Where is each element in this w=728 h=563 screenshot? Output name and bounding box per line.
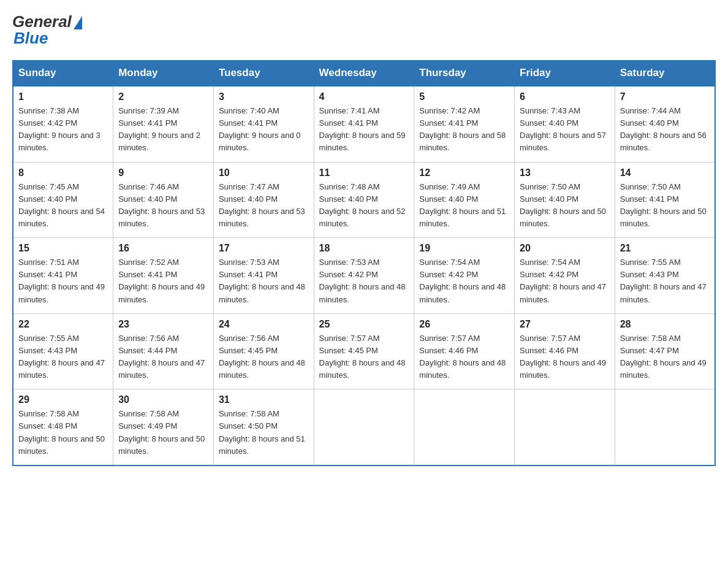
day-info: Sunrise: 7:50 AMSunset: 4:40 PMDaylight:… [520,182,606,228]
day-info: Sunrise: 7:56 AMSunset: 4:44 PMDaylight:… [118,334,205,380]
calendar-day-cell: 28 Sunrise: 7:58 AMSunset: 4:47 PMDaylig… [615,313,715,389]
day-number: 2 [118,91,208,102]
weekday-header-thursday: Thursday [414,61,515,86]
logo: General Blue [12,12,82,48]
day-info: Sunrise: 7:42 AMSunset: 4:41 PMDaylight:… [419,106,506,152]
logo-triangle-icon [74,16,82,29]
calendar-week-row: 8 Sunrise: 7:45 AMSunset: 4:40 PMDayligh… [13,162,715,238]
calendar-day-cell [615,389,715,465]
calendar-day-cell: 6 Sunrise: 7:43 AMSunset: 4:40 PMDayligh… [515,86,615,162]
day-number: 4 [319,91,409,102]
day-number: 15 [18,243,108,254]
calendar-day-cell: 13 Sunrise: 7:50 AMSunset: 4:40 PMDaylig… [515,162,615,238]
day-number: 21 [620,243,710,254]
day-number: 23 [118,319,208,330]
day-number: 24 [219,319,309,330]
calendar-day-cell: 19 Sunrise: 7:54 AMSunset: 4:42 PMDaylig… [414,238,515,314]
day-info: Sunrise: 7:58 AMSunset: 4:50 PMDaylight:… [219,409,305,455]
calendar-day-cell: 31 Sunrise: 7:58 AMSunset: 4:50 PMDaylig… [213,389,314,465]
day-info: Sunrise: 7:53 AMSunset: 4:41 PMDaylight:… [219,258,305,304]
calendar-day-cell: 12 Sunrise: 7:49 AMSunset: 4:40 PMDaylig… [414,162,515,238]
calendar-day-cell: 27 Sunrise: 7:57 AMSunset: 4:46 PMDaylig… [515,313,615,389]
calendar-week-row: 1 Sunrise: 7:38 AMSunset: 4:42 PMDayligh… [13,86,715,162]
day-info: Sunrise: 7:54 AMSunset: 4:42 PMDaylight:… [419,258,506,304]
calendar-day-cell: 22 Sunrise: 7:55 AMSunset: 4:43 PMDaylig… [13,313,113,389]
calendar-week-row: 29 Sunrise: 7:58 AMSunset: 4:48 PMDaylig… [13,389,715,465]
day-number: 1 [18,91,108,102]
day-info: Sunrise: 7:57 AMSunset: 4:45 PMDaylight:… [319,334,406,380]
day-number: 5 [419,91,509,102]
calendar-day-cell [515,389,615,465]
day-number: 18 [319,243,409,254]
day-info: Sunrise: 7:39 AMSunset: 4:41 PMDaylight:… [118,106,200,152]
logo-blue-text: Blue [13,29,48,48]
day-number: 17 [219,243,309,254]
day-info: Sunrise: 7:57 AMSunset: 4:46 PMDaylight:… [520,334,606,380]
day-info: Sunrise: 7:50 AMSunset: 4:41 PMDaylight:… [620,182,707,228]
calendar-week-row: 22 Sunrise: 7:55 AMSunset: 4:43 PMDaylig… [13,313,715,389]
calendar-day-cell: 16 Sunrise: 7:52 AMSunset: 4:41 PMDaylig… [113,238,214,314]
day-info: Sunrise: 7:48 AMSunset: 4:40 PMDaylight:… [319,182,406,228]
weekday-header-monday: Monday [113,61,214,86]
calendar-day-cell: 24 Sunrise: 7:56 AMSunset: 4:45 PMDaylig… [213,313,314,389]
calendar-day-cell: 7 Sunrise: 7:44 AMSunset: 4:40 PMDayligh… [615,86,715,162]
day-number: 14 [620,167,710,178]
day-info: Sunrise: 7:41 AMSunset: 4:41 PMDaylight:… [319,106,406,152]
day-info: Sunrise: 7:52 AMSunset: 4:41 PMDaylight:… [118,258,205,304]
weekday-header-sunday: Sunday [13,61,113,86]
day-info: Sunrise: 7:55 AMSunset: 4:43 PMDaylight:… [18,334,105,380]
calendar-day-cell: 15 Sunrise: 7:51 AMSunset: 4:41 PMDaylig… [13,238,113,314]
day-info: Sunrise: 7:54 AMSunset: 4:42 PMDaylight:… [520,258,606,304]
calendar-day-cell: 4 Sunrise: 7:41 AMSunset: 4:41 PMDayligh… [314,86,414,162]
day-number: 20 [520,243,610,254]
calendar-day-cell: 23 Sunrise: 7:56 AMSunset: 4:44 PMDaylig… [113,313,214,389]
calendar-day-cell: 26 Sunrise: 7:57 AMSunset: 4:46 PMDaylig… [414,313,515,389]
calendar-day-cell: 18 Sunrise: 7:53 AMSunset: 4:42 PMDaylig… [314,238,414,314]
day-info: Sunrise: 7:58 AMSunset: 4:48 PMDaylight:… [18,409,105,455]
day-number: 11 [319,167,409,178]
weekday-header-row: SundayMondayTuesdayWednesdayThursdayFrid… [13,61,715,86]
calendar-day-cell [414,389,515,465]
calendar-day-cell: 20 Sunrise: 7:54 AMSunset: 4:42 PMDaylig… [515,238,615,314]
calendar-table: SundayMondayTuesdayWednesdayThursdayFrid… [12,60,716,466]
calendar-day-cell: 5 Sunrise: 7:42 AMSunset: 4:41 PMDayligh… [414,86,515,162]
calendar-day-cell: 21 Sunrise: 7:55 AMSunset: 4:43 PMDaylig… [615,238,715,314]
day-number: 7 [620,91,710,102]
day-info: Sunrise: 7:58 AMSunset: 4:49 PMDaylight:… [118,409,205,455]
day-number: 13 [520,167,610,178]
day-number: 28 [620,319,710,330]
day-number: 9 [118,167,208,178]
day-info: Sunrise: 7:49 AMSunset: 4:40 PMDaylight:… [419,182,506,228]
day-info: Sunrise: 7:56 AMSunset: 4:45 PMDaylight:… [219,334,305,380]
calendar-week-row: 15 Sunrise: 7:51 AMSunset: 4:41 PMDaylig… [13,238,715,314]
day-number: 3 [219,91,309,102]
calendar-day-cell: 2 Sunrise: 7:39 AMSunset: 4:41 PMDayligh… [113,86,214,162]
calendar-day-cell: 1 Sunrise: 7:38 AMSunset: 4:42 PMDayligh… [13,86,113,162]
day-info: Sunrise: 7:43 AMSunset: 4:40 PMDaylight:… [520,106,606,152]
calendar-day-cell: 11 Sunrise: 7:48 AMSunset: 4:40 PMDaylig… [314,162,414,238]
day-number: 25 [319,319,409,330]
day-number: 16 [118,243,208,254]
day-number: 19 [419,243,509,254]
weekday-header-saturday: Saturday [615,61,715,86]
calendar-day-cell: 30 Sunrise: 7:58 AMSunset: 4:49 PMDaylig… [113,389,214,465]
day-info: Sunrise: 7:44 AMSunset: 4:40 PMDaylight:… [620,106,707,152]
day-number: 22 [18,319,108,330]
calendar-day-cell: 29 Sunrise: 7:58 AMSunset: 4:48 PMDaylig… [13,389,113,465]
day-number: 10 [219,167,309,178]
day-info: Sunrise: 7:46 AMSunset: 4:40 PMDaylight:… [118,182,205,228]
day-number: 8 [18,167,108,178]
day-info: Sunrise: 7:45 AMSunset: 4:40 PMDaylight:… [18,182,105,228]
weekday-header-tuesday: Tuesday [213,61,314,86]
day-info: Sunrise: 7:40 AMSunset: 4:41 PMDaylight:… [219,106,301,152]
calendar-day-cell: 14 Sunrise: 7:50 AMSunset: 4:41 PMDaylig… [615,162,715,238]
calendar-day-cell: 8 Sunrise: 7:45 AMSunset: 4:40 PMDayligh… [13,162,113,238]
calendar-day-cell: 9 Sunrise: 7:46 AMSunset: 4:40 PMDayligh… [113,162,214,238]
calendar-day-cell: 3 Sunrise: 7:40 AMSunset: 4:41 PMDayligh… [213,86,314,162]
day-number: 29 [18,394,108,405]
day-info: Sunrise: 7:51 AMSunset: 4:41 PMDaylight:… [18,258,105,304]
calendar-day-cell: 17 Sunrise: 7:53 AMSunset: 4:41 PMDaylig… [213,238,314,314]
page-header: General Blue [12,12,716,48]
day-info: Sunrise: 7:47 AMSunset: 4:40 PMDaylight:… [219,182,305,228]
calendar-day-cell: 10 Sunrise: 7:47 AMSunset: 4:40 PMDaylig… [213,162,314,238]
